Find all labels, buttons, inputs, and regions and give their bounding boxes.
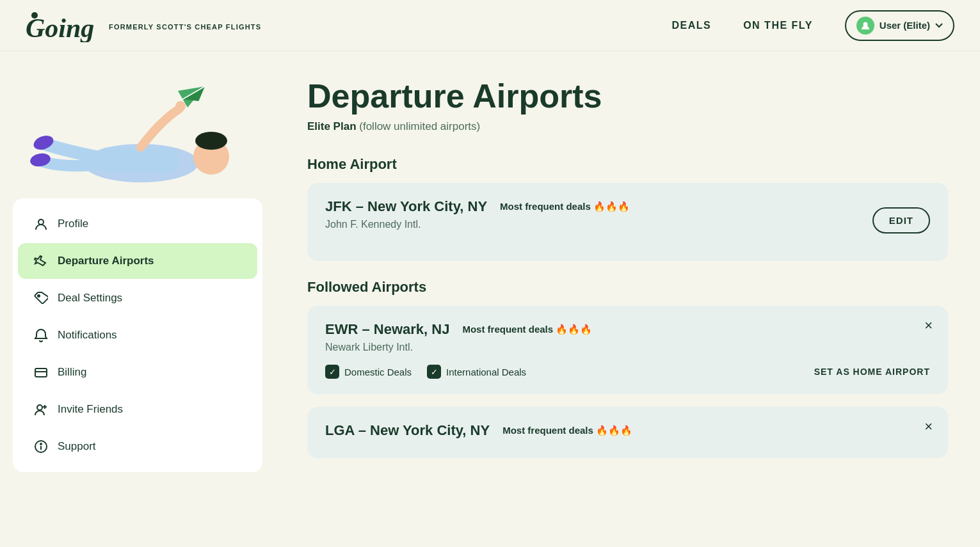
ewr-full-name: Newark Liberty Intl. — [325, 342, 930, 353]
svg-point-1 — [31, 12, 38, 19]
person-icon — [33, 216, 49, 232]
sidebar-item-departure-airports[interactable]: Departure Airports — [18, 243, 257, 279]
svg-point-7 — [175, 101, 186, 111]
plan-detail: (follow unlimited airports) — [359, 120, 480, 132]
home-airport-code-city: JFK – New York City, NY — [325, 198, 487, 215]
sidebar-deal-settings-label: Deal Settings — [58, 292, 122, 305]
illustration-svg — [13, 64, 256, 192]
main-content: Departure Airports Elite Plan (follow un… — [275, 51, 980, 547]
home-airport-card-header: JFK – New York City, NY Most frequent de… — [325, 198, 930, 242]
user-label: User (Elite) — [880, 20, 930, 31]
svg-point-13 — [38, 219, 44, 225]
main-layout: Profile Departure Airports Deal Set — [0, 51, 980, 547]
sidebar-departure-airports-label: Departure Airports — [58, 255, 154, 267]
header: Going FORMERLY SCOTT'S CHEAP FLIGHTS DEA… — [0, 0, 980, 51]
sidebar-billing-label: Billing — [58, 366, 86, 379]
formerly-text: FORMERLY SCOTT'S CHEAP FLIGHTS — [109, 23, 261, 31]
ewr-checkboxes: ✓ Domestic Deals ✓ International Deals — [325, 365, 526, 379]
svg-rect-15 — [35, 369, 47, 377]
sidebar-profile-label: Profile — [58, 218, 88, 230]
sidebar-invite-friends-label: Invite Friends — [58, 403, 123, 416]
sidebar-support-label: Support — [58, 440, 96, 453]
sidebar-item-billing[interactable]: Billing — [18, 354, 257, 390]
user-avatar — [856, 17, 874, 35]
chevron-down-icon — [935, 23, 943, 28]
sidebar-item-support[interactable]: Support — [18, 429, 257, 464]
sidebar-illustration — [13, 64, 262, 192]
ewr-international-checkbox[interactable]: ✓ International Deals — [427, 365, 526, 379]
home-airport-full-name: John F. Kennedy Intl. — [325, 219, 630, 230]
ewr-badge: Most frequent deals 🔥🔥🔥 — [462, 324, 592, 335]
sidebar-item-notifications[interactable]: Notifications — [18, 317, 257, 353]
svg-rect-4 — [96, 147, 179, 173]
followed-airport-card-ewr: × EWR – Newark, NJ Most frequent deals 🔥… — [307, 306, 948, 394]
tag-icon — [33, 290, 49, 306]
plane-decoration — [285, 4, 326, 45]
header-nav: DEALS ON THE FLY User (Elite) — [671, 10, 954, 41]
plan-name: Elite Plan — [307, 120, 357, 132]
svg-point-17 — [37, 405, 42, 410]
person-plus-icon — [33, 402, 49, 417]
user-avatar-icon — [860, 20, 871, 31]
lga-badge: Most frequent deals 🔥🔥🔥 — [502, 425, 632, 436]
deals-nav-link[interactable]: DEALS — [671, 20, 711, 31]
sidebar-nav: Profile Departure Airports Deal Set — [13, 198, 262, 472]
card-icon — [33, 365, 49, 380]
svg-point-22 — [40, 443, 42, 445]
home-airport-edit-button[interactable]: EDIT — [872, 207, 930, 234]
home-airport-card: JFK – New York City, NY Most frequent de… — [307, 183, 948, 261]
followed-airport-card-lga: × LGA – New York City, NY Most frequent … — [307, 407, 948, 458]
lga-code-city: LGA – New York City, NY — [325, 422, 490, 439]
sidebar-notifications-label: Notifications — [58, 329, 117, 342]
home-airport-title: Home Airport — [307, 156, 948, 173]
lga-header-row: LGA – New York City, NY Most frequent de… — [325, 422, 930, 439]
home-airport-section: Home Airport JFK – New York City, NY Mos… — [307, 156, 948, 261]
ewr-footer: ✓ Domestic Deals ✓ International Deals S… — [325, 365, 930, 379]
ewr-international-check-icon: ✓ — [427, 365, 441, 379]
sidebar: Profile Departure Airports Deal Set — [0, 51, 275, 547]
sidebar-item-invite-friends[interactable]: Invite Friends — [18, 392, 257, 427]
plan-subtitle: Elite Plan (follow unlimited airports) — [307, 120, 948, 133]
domestic-label: Domestic Deals — [344, 367, 412, 377]
logo-svg: Going — [26, 9, 102, 42]
sidebar-item-deal-settings[interactable]: Deal Settings — [18, 280, 257, 316]
logo[interactable]: Going FORMERLY SCOTT'S CHEAP FLIGHTS — [26, 9, 261, 42]
svg-point-14 — [38, 295, 40, 297]
followed-airports-title: Followed Airports — [307, 279, 948, 296]
sidebar-item-profile[interactable]: Profile — [18, 206, 257, 242]
home-airport-info: JFK – New York City, NY Most frequent de… — [325, 198, 630, 242]
plane-icon — [33, 253, 49, 269]
ewr-set-home-button[interactable]: SET AS HOME AIRPORT — [814, 367, 930, 377]
ewr-domestic-check-icon: ✓ — [325, 365, 339, 379]
followed-airports-section: Followed Airports × EWR – Newark, NJ Mos… — [307, 279, 948, 458]
header-left: Going FORMERLY SCOTT'S CHEAP FLIGHTS — [26, 9, 321, 42]
svg-point-6 — [195, 132, 227, 150]
ewr-domestic-checkbox[interactable]: ✓ Domestic Deals — [325, 365, 412, 379]
international-label: International Deals — [446, 367, 526, 377]
bell-icon — [33, 328, 49, 343]
ewr-header-row: EWR – Newark, NJ Most frequent deals 🔥🔥🔥 — [325, 321, 930, 338]
ewr-close-button[interactable]: × — [924, 319, 933, 333]
ewr-code-city: EWR – Newark, NJ — [325, 321, 449, 338]
info-icon — [33, 439, 49, 454]
user-menu-button[interactable]: User (Elite) — [845, 10, 954, 41]
page-title: Departure Airports — [307, 77, 948, 115]
on-the-fly-nav-link[interactable]: ON THE FLY — [743, 20, 813, 31]
lga-close-button[interactable]: × — [924, 420, 933, 434]
home-airport-badge: Most frequent deals 🔥🔥🔥 — [500, 201, 630, 212]
